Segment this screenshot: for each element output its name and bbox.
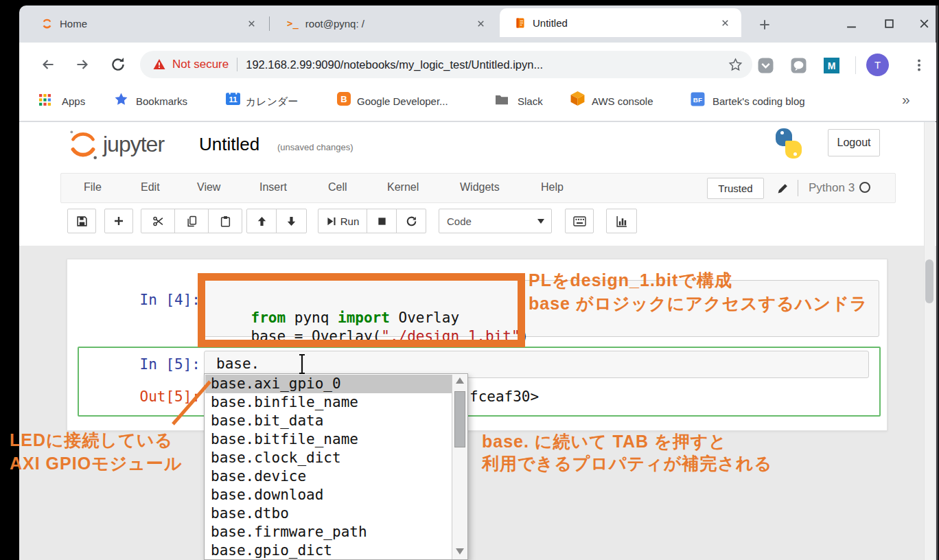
- tab-home[interactable]: Home: [27, 10, 268, 37]
- run-button[interactable]: Run: [318, 209, 367, 233]
- select-caret-icon: [537, 219, 544, 224]
- kernel-separator: [798, 180, 798, 196]
- autocomplete-item[interactable]: base.bitfile_name: [205, 430, 452, 449]
- page-scrollbar-track[interactable]: [924, 122, 935, 560]
- autocomplete-item[interactable]: base.binfile_name: [205, 393, 452, 412]
- trusted-button[interactable]: Trusted: [707, 178, 764, 199]
- reload-button[interactable]: [108, 55, 128, 74]
- tab-untitled-close-icon[interactable]: [720, 18, 730, 28]
- autocomplete-item[interactable]: base.axi_gpio_0: [205, 375, 452, 393]
- aws-cube-icon[interactable]: [570, 91, 586, 106]
- annotation-highlight-rect: [198, 273, 525, 347]
- bookmarks-overflow-chevron[interactable]: »: [902, 91, 910, 108]
- warning-triangle-icon: [152, 58, 166, 71]
- bookmark-google-developer[interactable]: Google Developer...: [357, 95, 448, 107]
- bookmark-calendar[interactable]: カレンダー: [246, 95, 298, 108]
- calendar-icon[interactable]: 11: [225, 91, 241, 106]
- scroll-up-icon[interactable]: [456, 377, 464, 384]
- url-text[interactable]: 192.168.2.99:9090/notebooks/my_logic_tes…: [246, 58, 728, 71]
- back-button[interactable]: [38, 55, 58, 74]
- widgets-chart-button[interactable]: [606, 209, 637, 233]
- new-tab-button[interactable]: [758, 18, 772, 32]
- annotation-left-line1: LEDに接続している: [10, 430, 173, 451]
- bookmark-aws-console[interactable]: AWS console: [592, 95, 653, 107]
- scroll-down-icon[interactable]: [456, 548, 464, 555]
- paste-cell-button[interactable]: [208, 209, 242, 233]
- pencil-icon[interactable]: [777, 183, 789, 194]
- logout-label: Logout: [837, 137, 871, 149]
- menu-widgets[interactable]: Widgets: [460, 181, 500, 194]
- close-window-button[interactable]: [918, 18, 930, 30]
- menu-help[interactable]: Help: [541, 181, 564, 194]
- autosave-status: (unsaved changes): [277, 142, 353, 152]
- bookmark-star-icon[interactable]: [728, 58, 743, 72]
- restart-kernel-button[interactable]: [396, 209, 426, 233]
- page-scrollbar-thumb[interactable]: [925, 259, 934, 303]
- bookmark-bookmarks[interactable]: Bookmarks: [136, 95, 187, 107]
- menu-file[interactable]: File: [84, 181, 102, 194]
- tab-untitled-active[interactable]: Untitled: [500, 8, 741, 37]
- autocomplete-item[interactable]: base.firmware_path: [205, 523, 452, 541]
- autocomplete-item[interactable]: base.gpio_dict: [205, 541, 452, 560]
- tab-terminal[interactable]: >_ root@pynq: /: [275, 10, 496, 37]
- notebook-favicon-icon: [515, 17, 526, 29]
- notebook-title[interactable]: Untitled: [199, 134, 259, 155]
- bf-blog-icon[interactable]: BF: [691, 92, 705, 106]
- star-icon[interactable]: [114, 92, 128, 106]
- scrollbar-thumb[interactable]: [454, 391, 465, 447]
- logout-button[interactable]: Logout: [828, 129, 880, 156]
- tab-separator: [269, 16, 270, 31]
- bookmark-bartek-blog[interactable]: Bartek's coding blog: [712, 95, 805, 107]
- cut-cell-button[interactable]: [141, 209, 175, 233]
- copy-cell-button[interactable]: [174, 209, 209, 233]
- menu-cell[interactable]: Cell: [328, 181, 347, 194]
- cell-type-select[interactable]: Code: [439, 209, 552, 233]
- menu-view[interactable]: View: [197, 181, 220, 194]
- autocomplete-item[interactable]: base.device: [205, 467, 452, 486]
- blogger-icon[interactable]: B: [336, 91, 351, 106]
- add-cell-button[interactable]: [104, 209, 133, 233]
- tab-home-close-icon[interactable]: [246, 19, 257, 29]
- autocomplete-item[interactable]: base.dtbo: [205, 504, 452, 523]
- autocomplete-dropdown: base.axi_gpio_0 base.binfile_name base.b…: [204, 373, 468, 560]
- address-bar[interactable]: Not secure 192.168.2.99:9090/notebooks/m…: [140, 51, 752, 78]
- tab-terminal-label: root@pynq: /: [305, 18, 476, 30]
- autocomplete-item[interactable]: base.bit_data: [205, 412, 452, 430]
- save-button[interactable]: [67, 209, 96, 233]
- avatar-letter: T: [874, 59, 881, 71]
- menu-kernel[interactable]: Kernel: [387, 181, 419, 194]
- menu-edit[interactable]: Edit: [141, 181, 160, 194]
- cell4-input-prompt: In [4]:: [103, 291, 200, 310]
- annotation-top-line1: PLをdesign_1.bitで構成: [529, 270, 732, 291]
- profile-avatar[interactable]: T: [866, 54, 889, 76]
- python-logo-icon: [773, 128, 804, 159]
- autocomplete-item[interactable]: base.download: [205, 486, 452, 504]
- bookmark-slack[interactable]: Slack: [518, 95, 543, 107]
- stop-button[interactable]: [367, 209, 397, 233]
- toolbar-separator: [855, 56, 856, 74]
- momentum-extension-icon[interactable]: M: [824, 58, 839, 73]
- not-secure-label[interactable]: Not secure: [172, 58, 229, 71]
- move-cell-up-button[interactable]: [246, 209, 277, 233]
- pocket-extension-icon[interactable]: [758, 58, 774, 73]
- line-extension-icon[interactable]: [791, 58, 807, 73]
- jupyter-logo-icon[interactable]: [66, 128, 100, 162]
- bookmark-apps[interactable]: Apps: [62, 95, 85, 107]
- browser-menu-icon[interactable]: [912, 58, 927, 73]
- apps-grid-icon[interactable]: [38, 93, 51, 106]
- maximize-button[interactable]: [883, 18, 895, 30]
- momentum-m-label: M: [828, 60, 836, 71]
- tab-terminal-close-icon[interactable]: [476, 19, 486, 29]
- minimize-button[interactable]: [846, 21, 857, 32]
- svg-text:B: B: [340, 94, 347, 104]
- jupyter-logo-text[interactable]: jupyter: [103, 132, 164, 157]
- folder-icon[interactable]: [494, 93, 509, 106]
- screen: Home >_ root@pynq: / Untitled: [0, 0, 939, 560]
- forward-button[interactable]: [73, 55, 92, 74]
- command-palette-button[interactable]: [565, 209, 594, 233]
- move-cell-down-button[interactable]: [276, 209, 307, 233]
- dropdown-scrollbar[interactable]: [452, 375, 467, 559]
- cell5-code-text[interactable]: base.: [216, 355, 259, 373]
- autocomplete-item[interactable]: base.clock_dict: [205, 449, 452, 467]
- menu-insert[interactable]: Insert: [259, 181, 287, 194]
